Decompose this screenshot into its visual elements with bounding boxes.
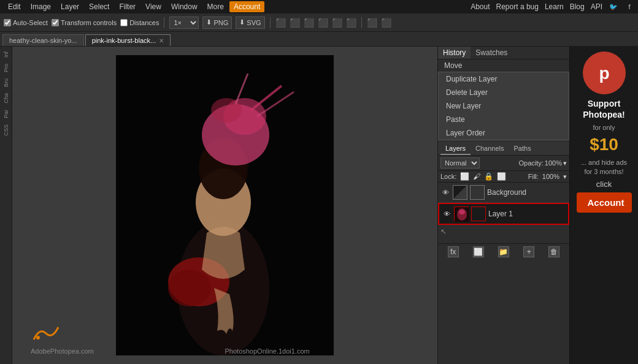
layer-delete-button[interactable]: 🗑 xyxy=(548,246,559,257)
swatches-tab[interactable]: Swatches xyxy=(471,47,512,59)
layer-1-name: Layer 1 xyxy=(488,210,566,218)
strip-css[interactable]: CSS xyxy=(3,122,9,138)
left-collapsed-strip: Inf Pro Bru Cha Par CSS xyxy=(0,47,12,364)
distribute-v-icon[interactable]: ⬛ xyxy=(381,18,391,28)
tab-heathy[interactable]: heathy-clean-skin-yo... xyxy=(2,34,84,46)
menu-image[interactable]: Image xyxy=(26,1,55,12)
menu-blog[interactable]: Blog xyxy=(570,2,585,11)
strip-par[interactable]: Par xyxy=(3,107,9,121)
svg-point-11 xyxy=(168,270,211,306)
distribute-h-icon[interactable]: ⬛ xyxy=(367,18,377,28)
history-items: Move xyxy=(438,59,569,72)
transform-input[interactable] xyxy=(52,19,59,26)
ad-price: $10 xyxy=(590,135,618,154)
context-layer-order[interactable]: Layer Order xyxy=(439,126,569,140)
facebook-icon[interactable]: f xyxy=(625,2,634,12)
menu-about[interactable]: About xyxy=(471,2,490,11)
menu-layer[interactable]: Layer xyxy=(56,1,83,12)
layer-1-thumb xyxy=(454,207,469,221)
align-right-icon[interactable]: ⬛ xyxy=(304,18,314,28)
menu-right: About Report a bug Learn Blog API 🐦 f xyxy=(471,2,634,12)
svg-point-12 xyxy=(36,336,40,339)
cursor-icon: ↖ xyxy=(440,227,447,236)
opacity-arrow[interactable]: ▾ xyxy=(563,159,567,167)
canvas-area: AdobePhotopea.com PhotoshopOnline.1doi1.… xyxy=(12,47,437,364)
fill-value[interactable]: 100% xyxy=(542,173,559,180)
lock-image-icon[interactable]: 🖌 xyxy=(473,172,480,181)
layer-item-background[interactable]: 👁 Background xyxy=(438,183,569,203)
align-top-icon[interactable]: ⬛ xyxy=(318,18,328,28)
lock-position-icon[interactable]: 🔒 xyxy=(484,172,493,181)
ad-for-text: for only xyxy=(593,124,615,131)
menu-view[interactable]: View xyxy=(141,1,166,12)
layer-1-visibility[interactable]: 👁 xyxy=(442,209,452,219)
layer-fx-button[interactable]: fx xyxy=(448,246,459,257)
strip-cha[interactable]: Cha xyxy=(3,91,9,106)
layer-background-visibility[interactable]: 👁 xyxy=(440,188,450,197)
context-new-layer[interactable]: New Layer xyxy=(439,99,569,113)
menu-api[interactable]: API xyxy=(591,2,602,11)
lock-artboard-icon[interactable]: ⬜ xyxy=(497,172,506,181)
layers-tabs: Layers Channels Paths xyxy=(438,142,569,156)
menu-more[interactable]: More xyxy=(203,1,228,12)
fill-label: Fill: xyxy=(528,173,539,180)
menu-filter[interactable]: Filter xyxy=(115,1,140,12)
toolbar-sep-1 xyxy=(164,17,164,28)
paths-tab[interactable]: Paths xyxy=(509,143,536,155)
align-left-icon[interactable]: ⬛ xyxy=(275,18,286,28)
auto-select-checkbox[interactable]: Auto-Select xyxy=(4,19,48,26)
channels-tab[interactable]: Channels xyxy=(471,143,509,155)
menu-window[interactable]: Window xyxy=(167,1,202,12)
transform-label: Transform controls xyxy=(61,19,117,26)
canvas-image xyxy=(116,55,334,355)
align-bottom-icon[interactable]: ⬛ xyxy=(346,18,356,28)
align-center-icon[interactable]: ⬛ xyxy=(290,18,300,28)
strip-inf[interactable]: Inf xyxy=(3,49,9,60)
layers-lock-controls: Lock: ⬜ 🖌 🔒 ⬜ Fill: 100% ▾ xyxy=(438,171,569,183)
opacity-label: Opacity: xyxy=(519,159,544,167)
canvas-content xyxy=(116,55,334,355)
menu-edit[interactable]: Edit xyxy=(4,1,25,12)
distances-checkbox[interactable]: Distances xyxy=(120,19,159,26)
layers-footer: fx ⬜ 📁 + 🗑 xyxy=(438,243,569,260)
ad-description: ... and hide adsfor 3 months! xyxy=(581,158,627,176)
main-area: Inf Pro Bru Cha Par CSS xyxy=(0,47,638,364)
blend-mode-select[interactable]: Normal Multiply Screen xyxy=(440,157,480,169)
context-duplicate-layer[interactable]: Duplicate Layer xyxy=(439,72,569,86)
zoom-select[interactable]: 1× 2× 0.5× xyxy=(169,17,199,29)
ad-account-button[interactable]: Account xyxy=(577,192,632,213)
strip-bru[interactable]: Bru xyxy=(3,76,9,89)
menu-learn[interactable]: Learn xyxy=(545,2,564,11)
menu-account[interactable]: Account xyxy=(229,1,264,12)
distances-input[interactable] xyxy=(120,19,128,26)
context-paste[interactable]: Paste xyxy=(439,113,569,126)
layers-tab[interactable]: Layers xyxy=(440,143,471,155)
layer-new-button[interactable]: + xyxy=(523,246,534,257)
align-middle-icon[interactable]: ⬛ xyxy=(332,18,342,28)
layer-item-1[interactable]: 👁 Layer 1 xyxy=(438,203,569,225)
context-delete-layer[interactable]: Delete Layer xyxy=(439,86,569,99)
watermark-left: AdobePhotopea.com xyxy=(31,324,94,355)
menu-report-bug[interactable]: Report a bug xyxy=(496,2,539,11)
watermark-right: PhotoshopOnline.1doi1.com xyxy=(225,347,310,355)
lock-transparent-icon[interactable]: ⬜ xyxy=(460,172,469,181)
fill-arrow[interactable]: ▾ xyxy=(563,173,567,181)
toolbar: Auto-Select Transform controls Distances… xyxy=(0,13,638,32)
twitter-icon[interactable]: 🐦 xyxy=(609,2,618,12)
transform-checkbox[interactable]: Transform controls xyxy=(52,19,117,26)
strip-pro[interactable]: Pro xyxy=(3,61,9,75)
ad-logo: p xyxy=(583,51,626,94)
auto-select-label: Auto-Select xyxy=(13,19,48,26)
history-tab[interactable]: History xyxy=(438,47,471,59)
context-dropdown: Duplicate Layer Delete Layer New Layer P… xyxy=(438,72,569,140)
tab-pink-ink-close[interactable]: ✕ xyxy=(159,37,164,44)
history-item-move[interactable]: Move xyxy=(438,59,569,72)
opacity-value[interactable]: 100% xyxy=(545,159,562,167)
png-button[interactable]: ⬇ PNG xyxy=(202,17,232,29)
auto-select-input[interactable] xyxy=(4,19,11,26)
layer-group-button[interactable]: 📁 xyxy=(498,246,509,257)
tab-pink-ink[interactable]: pink-ink-burst-black... ✕ xyxy=(85,34,171,46)
menu-select[interactable]: Select xyxy=(85,1,113,12)
svg-button[interactable]: ⬇ SVG xyxy=(236,17,264,29)
layer-mask-button[interactable]: ⬜ xyxy=(473,246,484,257)
